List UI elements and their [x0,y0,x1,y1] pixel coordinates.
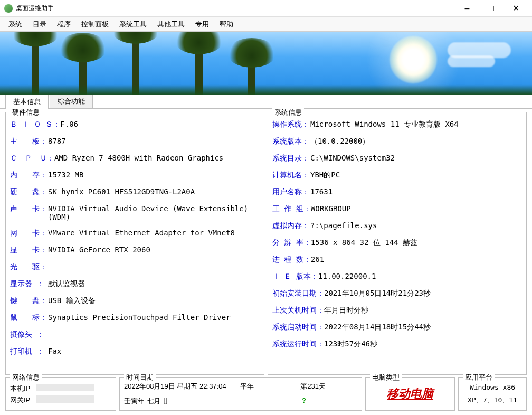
info-label: 用户名称： [272,187,310,197]
close-button[interactable]: ✕ [504,1,528,16]
info-label: Ｉ Ｅ 版本： [272,272,318,281]
datetime-panel-title: 时间日期 [124,373,156,382]
hardware-panel-title: 硬件信息 [10,108,42,117]
help-icon[interactable]: ? [282,397,326,406]
net-value-redacted [36,384,94,391]
info-row: 用户名称：17631 [272,187,522,197]
info-label: 虚拟内存： [272,221,310,231]
info-label: 内 存： [10,171,48,180]
menu-7[interactable]: 帮助 [215,17,238,31]
info-label: 鼠 标： [10,313,48,323]
info-label: 系统启动时间： [272,323,324,332]
info-value: NVIDIA Virtual Audio Device (Wave Extens… [48,204,260,221]
info-label: 初始安装日期： [272,289,324,298]
info-label: 网 卡： [10,229,48,238]
datetime-lunar: 壬寅年 七月 廿二 [124,397,240,406]
menu-6[interactable]: 专用 [191,17,213,31]
net-label: 网关IP [10,395,36,405]
info-value: 2022年08月14日18时15分44秒 [324,323,431,332]
info-row: 声 卡：NVIDIA Virtual Audio Device (Wave Ex… [10,204,260,221]
info-row: 虚拟内存：?:\pagefile.sys [272,221,522,231]
info-row: 系统目录：C:\WINDOWS\system32 [272,154,522,163]
info-value: （10.0.22000） [310,137,369,146]
info-row: 进 程 数：261 [272,255,522,265]
system-panel-title: 系统信息 [272,108,304,117]
computer-type-panel: 电脑类型 移动电脑 [365,377,455,411]
info-value: F.06 [60,120,78,128]
menu-0[interactable]: 系统 [4,17,26,31]
net-row: 网关IP [10,395,111,405]
info-row: 鼠 标：Synaptics PrecisionTouchpad Filter D… [10,313,260,323]
info-row: 系统运行时间：123时57分46秒 [272,339,522,349]
hardware-panel: 硬件信息 Ｂ Ｉ Ｏ Ｓ：F.06主 板：8787Ｃ Ｐ Ｕ：AMD Ryzen… [5,112,264,375]
info-row: 初始安装日期：2021年10月05日14时21分23秒 [272,289,522,298]
info-label: 硬 盘： [10,187,48,197]
info-value: SK hynix PC601 HFS512GD9TNG-L2A0A [48,187,195,196]
info-value: 默认监视器 [48,279,85,289]
menu-1[interactable]: 目录 [28,17,51,31]
platform-line2: XP、7、10、11 [468,395,517,405]
info-value: WORKGROUP [311,204,351,213]
platform-panel: 应用平台 Windows x86 XP、7、10、11 [458,377,527,411]
app-icon [4,4,13,13]
info-row: 显示器 ：默认监视器 [10,279,260,289]
info-value: 11.00.22000.1 [318,272,376,280]
info-value: NVIDIA GeForce RTX 2060 [48,246,150,254]
info-row: 光 驱： [10,262,260,272]
info-row: 显 卡：NVIDIA GeForce RTX 2060 [10,246,260,255]
info-value: AMD Ryzen 7 4800H with Radeon Graphics [54,154,223,162]
info-label: 显示器 ： [10,279,48,289]
info-row: 内 存：15732 MB [10,171,260,180]
info-value: 2021年10月05日14时21分23秒 [324,289,431,298]
info-label: 上次关机时间： [272,306,324,315]
menu-5[interactable]: 其他工具 [153,17,189,31]
info-row: 系统版本：（10.0.22000） [272,137,522,146]
menu-bar: 系统目录程序控制面板系统工具其他工具专用帮助 [0,17,532,32]
menu-4[interactable]: 系统工具 [115,17,151,31]
info-row: 系统启动时间：2022年08月14日18时15分44秒 [272,323,522,332]
maximize-button[interactable]: □ [479,1,504,16]
info-row: 键 盘：USB 输入设备 [10,296,260,306]
minimize-button[interactable]: – [455,1,479,16]
info-value: Microsoft Windows 11 专业教育版 X64 [310,120,459,129]
tab-1[interactable]: 综合功能 [50,94,93,108]
info-row: 分 辨 率：1536 x 864 32 位 144 赫兹 [272,238,522,248]
info-row: 操作系统：Microsoft Windows 11 专业教育版 X64 [272,120,522,129]
tab-0[interactable]: 基本信息 [5,95,49,109]
tab-bar: 基本信息综合功能 [0,95,532,109]
datetime-daynum: 第231天 [282,382,326,391]
info-row: Ｉ Ｅ 版本：11.00.22000.1 [272,272,522,281]
computer-type-title: 电脑类型 [370,373,402,382]
info-label: Ｂ Ｉ Ｏ Ｓ： [10,120,60,129]
info-row: 工 作 组：WORKGROUP [272,204,522,214]
menu-2[interactable]: 程序 [53,17,75,31]
info-row: 上次关机时间：年月日时分秒 [272,306,522,315]
info-label: 进 程 数： [272,255,311,265]
info-value: USB 输入设备 [48,296,96,306]
info-row: Ｃ Ｐ Ｕ：AMD Ryzen 7 4800H with Radeon Grap… [10,154,260,163]
info-label: 键 盘： [10,296,48,306]
info-label: 计算机名： [272,171,310,180]
info-value: 年月日时分秒 [324,306,368,315]
platform-title: 应用平台 [463,373,495,382]
net-label: 本机IP [10,384,36,393]
info-value: 17631 [310,187,332,196]
menu-3[interactable]: 控制面板 [77,17,113,31]
datetime-date: 2022年08月19日 星期五 22:37:04 [124,382,240,391]
info-label: 系统版本： [272,137,310,146]
banner-image [0,32,532,95]
info-value: 8787 [48,137,66,145]
info-value: VMware Virtual Ethernet Adapter for VMne… [48,229,235,237]
info-label: 操作系统： [272,120,310,129]
info-label: 显 卡： [10,246,48,255]
info-value: 123时57分46秒 [324,339,377,349]
info-row: 计算机名：YBH的PC [272,171,522,180]
info-value: C:\WINDOWS\system32 [310,154,395,162]
info-value: ?:\pagefile.sys [310,221,377,230]
net-row: 本机IP [10,384,111,393]
info-row: 打印机 ：Fax [10,347,260,356]
info-row: Ｂ Ｉ Ｏ Ｓ：F.06 [10,120,260,129]
info-value: 261 [311,255,324,263]
info-label: 系统运行时间： [272,339,324,349]
info-value: 1536 x 864 32 位 144 赫兹 [311,238,417,248]
